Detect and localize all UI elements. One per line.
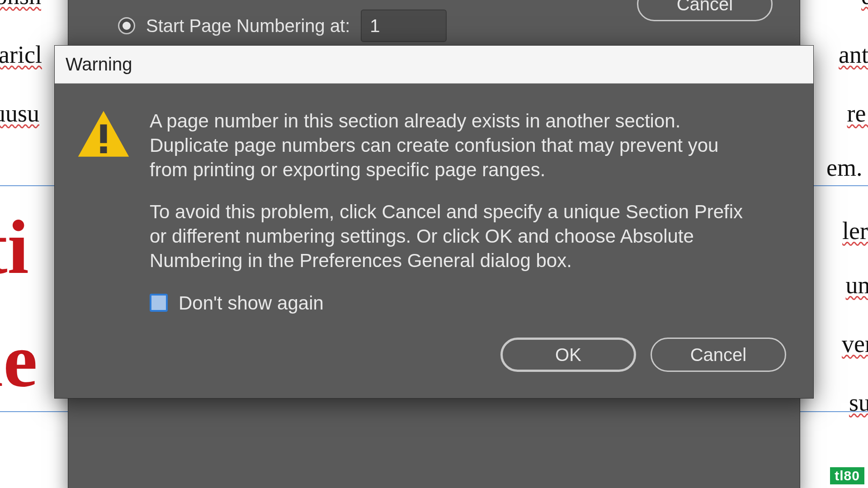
ok-button[interactable]: OK bbox=[500, 338, 636, 372]
warning-message-2: To avoid this problem, click Cancel and … bbox=[150, 200, 746, 272]
parent-cancel-button[interactable]: Cancel bbox=[637, 0, 773, 21]
bg-text: lerfer bbox=[842, 217, 868, 245]
bg-text: sunu bbox=[849, 389, 868, 417]
watermark: tl80 bbox=[830, 467, 864, 484]
bg-heading: ti bbox=[0, 203, 29, 291]
warning-icon bbox=[76, 109, 131, 315]
bg-heading: le bbox=[0, 316, 38, 404]
dont-show-again-row[interactable]: Don't show again bbox=[150, 291, 746, 315]
bg-text: d aci f bbox=[861, 0, 868, 10]
dont-show-again-checkbox[interactable] bbox=[150, 294, 168, 312]
bg-text: tuusu bbox=[0, 99, 39, 127]
svg-rect-1 bbox=[100, 124, 107, 143]
bg-text: paricl bbox=[0, 41, 42, 69]
warning-dialog: Warning A page number in this section al… bbox=[54, 45, 814, 399]
bg-text: um v bbox=[845, 271, 868, 299]
svg-rect-2 bbox=[100, 146, 107, 153]
bg-text: em. X bbox=[826, 154, 868, 182]
bg-text: …ionsh bbox=[0, 0, 41, 10]
warning-message-1: A page number in this section already ex… bbox=[150, 109, 746, 182]
start-page-numbering-radio[interactable] bbox=[118, 17, 135, 34]
warning-title: Warning bbox=[66, 54, 132, 75]
start-page-numbering-label: Start Page Numbering at: bbox=[146, 16, 350, 36]
dont-show-again-label: Don't show again bbox=[179, 291, 324, 315]
warning-titlebar: Warning bbox=[55, 46, 813, 84]
bg-text: re co bbox=[847, 99, 868, 127]
start-page-numbering-input[interactable]: 1 bbox=[361, 9, 447, 42]
bg-text: veric bbox=[842, 330, 868, 358]
cancel-button[interactable]: Cancel bbox=[651, 338, 786, 372]
bg-text: antie bbox=[839, 41, 868, 69]
